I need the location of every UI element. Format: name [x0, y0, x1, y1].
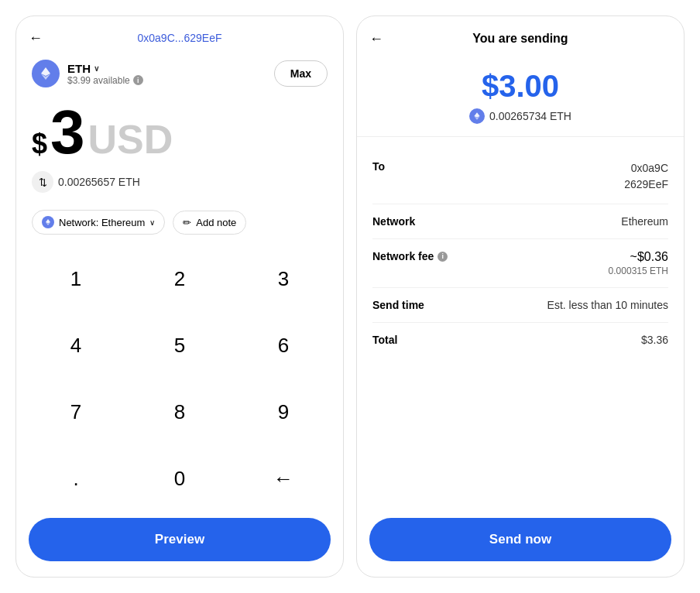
right-header: ← You are sending [357, 16, 684, 55]
numpad-key-3[interactable]: 3 [232, 245, 335, 312]
numpad-key-4[interactable]: 4 [24, 312, 128, 379]
to-label: To [372, 160, 385, 173]
wallet-address[interactable]: 0x0a9C...629EeF [138, 32, 222, 44]
numpad-key-0[interactable]: 0 [128, 445, 232, 512]
network-detail-value: Ethereum [621, 215, 668, 228]
send-time-row: Send time Est. less than 10 minutes [372, 288, 668, 323]
eth-equivalent-row: ⇅ 0.00265657 ETH [16, 166, 343, 204]
numpad-key-9[interactable]: 9 [232, 379, 335, 445]
send-time-value: Est. less than 10 minutes [547, 299, 668, 311]
options-row: Network: Ethereum ∨ ✏ Add note [16, 204, 343, 245]
token-details: ETH ∨ $3.99 available i [67, 62, 143, 86]
transaction-details: To 0x0a9C 2629EeF Network Ethereum Netwo… [357, 137, 684, 512]
network-selector-button[interactable]: Network: Ethereum ∨ [32, 210, 165, 235]
network-row: Network Ethereum [372, 204, 668, 239]
left-back-button[interactable]: ← [29, 30, 43, 46]
numpad-key-6[interactable]: 6 [232, 312, 335, 379]
numpad-key-7[interactable]: 7 [24, 379, 128, 445]
numpad-key-dot[interactable]: . [24, 445, 128, 512]
total-value: $3.36 [641, 334, 668, 346]
token-balance: $3.99 available i [67, 75, 143, 86]
numpad: 1 2 3 4 5 6 7 8 9 . 0 ← [16, 245, 343, 512]
preview-button[interactable]: Preview [29, 518, 331, 561]
svg-marker-2 [46, 219, 50, 224]
amount-number: 3 [50, 101, 85, 163]
sending-eth-icon [469, 108, 485, 124]
swap-currency-button[interactable]: ⇅ [32, 171, 53, 193]
sending-eth-row: 0.00265734 ETH [469, 108, 571, 124]
recipient-address: 0x0a9C 2629EeF [624, 160, 668, 193]
fee-value: ~$0.36 0.000315 ETH [609, 250, 668, 276]
pencil-icon: ✏ [183, 217, 191, 228]
left-header: ← 0x0a9C...629EeF [16, 16, 343, 53]
numpad-key-backspace[interactable]: ← [232, 445, 335, 512]
total-label: Total [372, 334, 397, 346]
fee-label-container: Network fee i [372, 250, 448, 262]
token-name-row[interactable]: ETH ∨ [67, 62, 143, 75]
network-chevron-icon: ∨ [149, 218, 155, 227]
balance-info-icon[interactable]: i [133, 75, 143, 85]
sending-eth-amount: 0.00265734 ETH [489, 110, 571, 122]
total-row: Total $3.36 [372, 323, 668, 357]
send-now-button[interactable]: Send now [369, 518, 671, 561]
right-header-title: You are sending [472, 32, 568, 46]
fee-label: Network fee [372, 250, 434, 262]
fee-row: Network fee i ~$0.36 0.000315 ETH [372, 239, 668, 288]
right-back-button[interactable]: ← [369, 31, 383, 47]
fee-usd-value: ~$0.36 [630, 250, 668, 264]
eth-token-icon [32, 60, 60, 87]
dollar-sign: $ [32, 128, 47, 160]
fee-eth-value: 0.000315 ETH [609, 266, 668, 276]
sending-usd-amount: $3.00 [482, 69, 559, 104]
sending-amount-section: $3.00 0.00265734 ETH [357, 55, 684, 137]
fee-info-icon[interactable]: i [438, 252, 448, 262]
max-button[interactable]: Max [274, 60, 328, 87]
token-symbol: ETH [67, 62, 91, 75]
numpad-key-2[interactable]: 2 [128, 245, 232, 312]
network-label: Network: Ethereum [59, 217, 145, 228]
amount-currency: USD [88, 119, 173, 159]
numpad-key-8[interactable]: 8 [128, 379, 232, 445]
token-row: ETH ∨ $3.99 available i Max [16, 53, 343, 94]
amount-display: $ 3 USD [16, 94, 343, 166]
network-detail-label: Network [372, 215, 415, 228]
numpad-key-1[interactable]: 1 [24, 245, 128, 312]
svg-marker-0 [41, 67, 50, 76]
svg-marker-4 [474, 112, 479, 118]
numpad-key-5[interactable]: 5 [128, 312, 232, 379]
token-info: ETH ∨ $3.99 available i [32, 60, 143, 87]
add-note-button[interactable]: ✏ Add note [173, 211, 246, 235]
eth-equivalent-value: 0.00265657 ETH [58, 176, 140, 188]
token-dropdown-chevron: ∨ [94, 64, 99, 73]
send-time-label: Send time [372, 299, 424, 311]
to-row: To 0x0a9C 2629EeF [372, 149, 668, 204]
network-eth-icon [42, 216, 54, 228]
